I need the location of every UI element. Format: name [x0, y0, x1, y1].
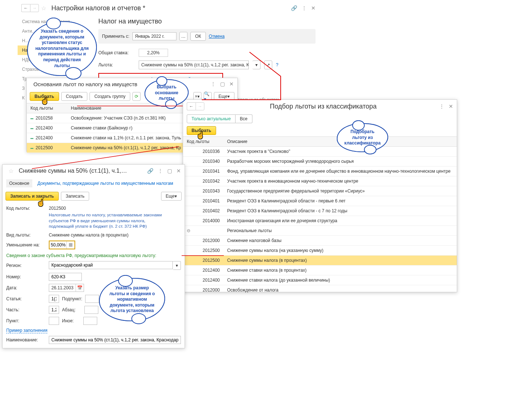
- close-icon[interactable]: ✕: [311, 5, 316, 11]
- grid-row[interactable]: 2012400Снижение ставки налога (до указан…: [183, 275, 457, 285]
- open-icon[interactable]: ↗: [264, 61, 272, 69]
- link-icon[interactable]: 🔗: [147, 168, 153, 174]
- grid-row-selected[interactable]: 2012500Снижение суммы налога (в процента…: [183, 256, 457, 265]
- grid-row[interactable]: 2012000Снижение налоговой базы: [183, 236, 457, 246]
- close-icon[interactable]: ✕: [449, 103, 453, 109]
- save-button[interactable]: Записать: [61, 192, 89, 201]
- grid-group-row[interactable]: ⊖ Региональные льготы: [183, 226, 457, 236]
- grid-row[interactable]: 2014000Иностранная организация или ее до…: [183, 216, 457, 226]
- region-label: Регион:: [6, 263, 46, 268]
- row-icon: ▬: [30, 136, 33, 140]
- sub-input[interactable]: [85, 295, 99, 303]
- number-label: Номер:: [6, 274, 46, 279]
- tab-docs-link[interactable]: Документы, подтверждающие льготы по имущ…: [37, 181, 173, 186]
- region-select[interactable]: [49, 261, 173, 269]
- grid-row[interactable]: 2010342Участник проекта в инновационном …: [183, 176, 457, 186]
- section-heading: Налог на имущество: [98, 18, 316, 25]
- window-title: Настройки налогов и отчетов *: [51, 4, 291, 12]
- refresh-icon[interactable]: ⟳: [132, 92, 141, 101]
- row-icon: ▬: [30, 127, 33, 130]
- kebab-icon[interactable]: ⋮: [158, 168, 163, 174]
- collapse-icon[interactable]: ⊖: [187, 228, 190, 233]
- cancel-link[interactable]: Отмена: [209, 34, 225, 39]
- kebab-icon[interactable]: ⋮: [302, 5, 307, 11]
- star-icon[interactable]: ☆: [41, 5, 46, 12]
- grid-header: Код льготы Описание: [183, 136, 457, 147]
- grid-row[interactable]: 2010343Государственное предприятие федер…: [183, 186, 457, 196]
- window-title: Снижение суммы на 50% (ст.1(1), ч.1,…: [19, 168, 147, 174]
- tab-actual[interactable]: Только актуальные: [187, 114, 236, 123]
- benefit-label: Льгота:: [98, 62, 135, 67]
- calendar-icon[interactable]: 📅: [76, 284, 84, 292]
- calc-icon[interactable]: ▦: [66, 241, 74, 249]
- grid-row[interactable]: 2010401Резидент ОЭЗ в Калининградской об…: [183, 196, 457, 206]
- tab-main[interactable]: Основное: [6, 179, 32, 187]
- para-input[interactable]: [84, 306, 98, 314]
- rate-value[interactable]: 2,20%: [139, 49, 168, 57]
- code-label: Код льготы:: [6, 206, 46, 211]
- grid-row[interactable]: 2012500Снижение суммы налога (на указанн…: [183, 246, 457, 256]
- grid-row[interactable]: 2012400Снижение ставки налога (в процент…: [183, 265, 457, 275]
- window-classifier: ← → Подбор льготы из классификатора ⋮ ✕ …: [183, 99, 457, 292]
- star-icon[interactable]: ☆: [8, 168, 14, 175]
- nav-fwd-icon[interactable]: →: [196, 102, 204, 110]
- example-link[interactable]: Пример заполнения: [6, 328, 47, 333]
- col-code[interactable]: Код льготы: [183, 137, 223, 146]
- nav-fwd-icon[interactable]: →: [30, 4, 39, 12]
- other-input[interactable]: [83, 317, 97, 325]
- save-close-button[interactable]: Записать и закрыть: [6, 192, 59, 201]
- grid-row[interactable]: 2010341Фонд, управляющая компания или ее…: [183, 166, 457, 176]
- point-label: Пункт:: [6, 318, 46, 323]
- create-button[interactable]: Создать: [61, 92, 88, 101]
- titlebar: ← → ☆ Настройки налогов и отчетов * 🔗 ⋮ …: [18, 1, 319, 15]
- callout-cloud: Подобрать льготу из классификатора: [337, 123, 388, 152]
- type-label: Вид льготы:: [6, 232, 46, 238]
- grid-row[interactable]: 2012000Освобождение от налога: [183, 285, 457, 293]
- help-icon[interactable]: ?: [276, 62, 278, 67]
- row-icon: ▬: [30, 146, 33, 150]
- code-value: 2012500: [49, 206, 66, 211]
- grid-row[interactable]: 2010336Участник проекта в "Сколково": [183, 147, 457, 157]
- apply-label: Применить с:: [102, 34, 130, 39]
- callout-cloud: Указать размер льготы и сведения о норма…: [99, 278, 165, 321]
- link-icon[interactable]: 🔗: [291, 5, 297, 11]
- law-heading: Сведения о законе субъекта РФ, предусмат…: [6, 253, 181, 258]
- name-input[interactable]: [49, 336, 181, 344]
- nav-back-icon[interactable]: ←: [187, 102, 196, 110]
- article-input[interactable]: [49, 295, 59, 303]
- grid-row[interactable]: 2010340Разработчик морских месторождений…: [183, 157, 457, 166]
- name-label: Наименование:: [6, 337, 46, 342]
- select-button[interactable]: Выбрать: [30, 92, 59, 101]
- number-input[interactable]: [49, 273, 82, 281]
- create-group-button[interactable]: Создать группу: [90, 92, 130, 101]
- tab-all[interactable]: Все: [236, 114, 252, 123]
- select-button[interactable]: Выбрать: [187, 126, 216, 135]
- callout-cloud: Выбрать основание льготы: [145, 79, 189, 107]
- maximize-icon[interactable]: ▢: [167, 168, 172, 174]
- date-input[interactable]: 26.11.2003 📅: [49, 284, 84, 292]
- row-icon: ▬: [30, 117, 33, 120]
- close-icon[interactable]: ✕: [176, 168, 181, 174]
- maximize-icon[interactable]: ▢: [220, 81, 225, 87]
- date-label: Дата:: [6, 285, 46, 290]
- apply-date-input[interactable]: [132, 32, 176, 40]
- close-icon[interactable]: ✕: [229, 81, 234, 87]
- col-code[interactable]: Код льготы: [27, 103, 67, 113]
- nav-back-icon[interactable]: ←: [21, 4, 30, 12]
- reduce-input[interactable]: [50, 241, 66, 249]
- point-input[interactable]: [49, 317, 59, 325]
- para-label: Абзац:: [62, 307, 76, 312]
- kebab-icon[interactable]: ⋮: [211, 81, 216, 87]
- dropdown-icon[interactable]: ▾: [252, 61, 260, 69]
- ok-button[interactable]: ОК: [190, 32, 206, 41]
- benefit-select[interactable]: Снижение суммы на 50% (ст.1(1), ч.1,2 ре…: [139, 61, 249, 69]
- grid-row[interactable]: 2010402Резидент ОЭЗ в Калининградской об…: [183, 206, 457, 216]
- more-button[interactable]: Еще ▾: [161, 192, 182, 201]
- code-description: Налоговые льготы по налогу, устанавливае…: [49, 212, 170, 230]
- dropdown-icon[interactable]: ▾: [173, 261, 181, 270]
- reduce-label: Уменьшение на:: [6, 242, 46, 248]
- part-input[interactable]: [49, 306, 59, 314]
- window-title: Подбор льготы из классификатора: [207, 103, 439, 110]
- kebab-icon[interactable]: ⋮: [439, 103, 444, 109]
- ellipsis-button[interactable]: …: [179, 32, 187, 41]
